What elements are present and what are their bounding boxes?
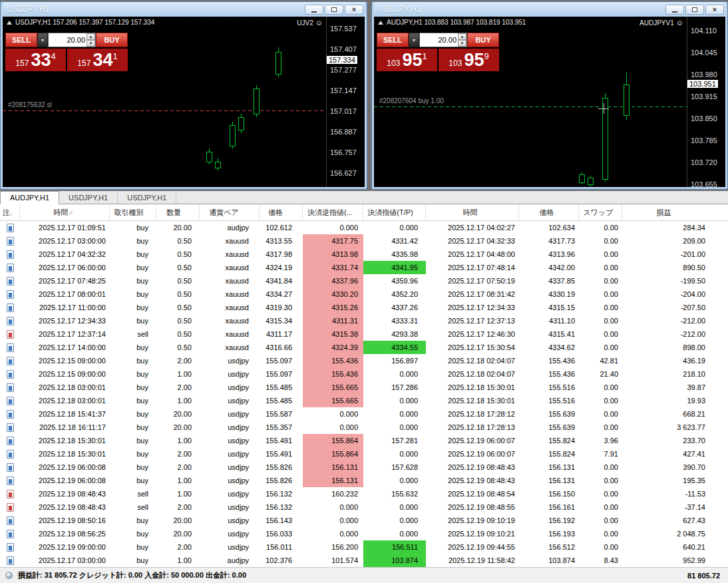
table-row[interactable]: 2025.12.18 15:41:37buy20.00usdjpy155.587… xyxy=(0,407,728,421)
chart-plot[interactable]: AUDJPY,H1 103.883 103.987 103.819 103.95… xyxy=(374,17,687,187)
price-axis-label: 156.627 xyxy=(330,169,357,177)
cell-note xyxy=(0,354,20,367)
table-row[interactable]: 2025.12.18 03:00:01buy1.00usdjpy155.4851… xyxy=(0,394,728,407)
cell-take-profit: 4293.38 xyxy=(363,327,426,341)
table-row[interactable]: 2025.12.17 06:00:00buy0.50xauusd4324.194… xyxy=(0,261,728,274)
table-row[interactable]: 2025.12.17 14:00:00buy0.50xauusd4316.664… xyxy=(0,341,728,354)
chart-tabs-bar: AUDJPY,H1 USDJPY,H1 USDJPY,H1 xyxy=(0,191,728,204)
buy-price-display[interactable]: 103 95 9 xyxy=(439,49,499,71)
price-axis-label: 103.785 xyxy=(691,136,717,144)
cell-profit: 898.00 xyxy=(622,341,728,354)
tab-usdjpy-h1-2[interactable]: USDJPY,H1 xyxy=(118,191,176,204)
table-row[interactable]: 2025.12.18 15:30:01buy2.00usdjpy155.4911… xyxy=(0,447,728,461)
cell-profit: 390.70 xyxy=(622,461,728,474)
volume-up-button[interactable]: ▲ xyxy=(458,33,466,40)
col-header-note[interactable]: 注. xyxy=(0,204,20,220)
buy-price-display[interactable]: 157 34 1 xyxy=(67,49,128,71)
price-axis-label: 104.110 xyxy=(691,27,717,35)
table-row[interactable]: 2025.12.19 06:00:08buy2.00usdjpy155.8261… xyxy=(0,461,728,474)
cell-swap: 0.00 xyxy=(579,327,622,341)
cell-open-time: 2025.12.17 04:32:32 xyxy=(20,248,110,261)
close-icon: × xyxy=(713,6,717,13)
minimize-button[interactable] xyxy=(665,5,684,15)
col-header-profit[interactable]: 損益 xyxy=(622,204,728,220)
volume-input[interactable]: 20.00 ▲ ▼ xyxy=(48,33,96,47)
buy-price-pips: 34 xyxy=(92,50,112,70)
chart-ohlc: AUDJPY,H1 103.883 103.987 103.819 103.95… xyxy=(378,19,526,26)
col-header-close-price[interactable]: 価格 xyxy=(519,204,579,220)
tab-audjpy-h1[interactable]: AUDJPY,H1 xyxy=(0,191,59,204)
table-row[interactable]: 2025.12.19 09:00:00buy2.00usdjpy156.0111… xyxy=(0,540,728,554)
order-type-dropdown[interactable]: ▼ xyxy=(37,33,48,47)
window-titlebar[interactable]: USDJPY,H1 × xyxy=(3,2,365,17)
table-row[interactable]: 2025.12.19 06:00:08buy1.00usdjpy155.8261… xyxy=(0,474,728,487)
window-titlebar[interactable]: AUDJPY,H1 × xyxy=(374,2,725,17)
sell-price-display[interactable]: 103 95 1 xyxy=(377,49,437,71)
col-header-open-price[interactable]: 価格 xyxy=(260,204,303,220)
col-header-stop-loss[interactable]: 決済逆指値(... xyxy=(303,204,363,220)
table-row[interactable]: 2025.12.19 08:50:16buy20.00usdjpy156.143… xyxy=(0,514,728,527)
buy-button[interactable]: BUY xyxy=(96,33,128,47)
table-row[interactable]: 2025.12.17 12:37:14sell0.50xauusd4311.17… xyxy=(0,327,728,341)
cell-profit: -204.00 xyxy=(622,288,728,301)
table-row[interactable]: 2025.12.18 03:00:01buy2.00usdjpy155.4851… xyxy=(0,381,728,394)
cell-open-price: 156.132 xyxy=(260,487,303,500)
buy-button[interactable]: BUY xyxy=(467,33,499,47)
table-row[interactable]: 2025.12.17 07:48:25buy0.50xauusd4341.844… xyxy=(0,274,728,288)
cell-swap: 0.00 xyxy=(579,421,622,434)
close-button[interactable]: × xyxy=(345,5,363,15)
table-row[interactable]: 2025.12.17 11:00:00buy0.50xauusd4319.304… xyxy=(0,301,728,314)
chart-window-audjpy: AUDJPY,H1 × AUDJPY,H1 103.883 103.987 10… xyxy=(371,1,728,190)
tab-usdjpy-h1[interactable]: USDJPY,H1 xyxy=(59,191,118,204)
table-row[interactable]: 2025.12.17 04:32:32buy0.50xauusd4317.984… xyxy=(0,248,728,261)
cell-type: buy xyxy=(110,527,156,540)
cell-symbol: xauusd xyxy=(200,248,260,261)
sell-button[interactable]: SELL xyxy=(5,33,37,47)
minimize-button[interactable] xyxy=(305,5,323,15)
table-row[interactable]: 2025.12.18 15:30:01buy1.00usdjpy155.4911… xyxy=(0,434,728,447)
bar-chart-icon xyxy=(7,21,12,25)
table-row[interactable]: 2025.12.18 16:11:17buy20.00usdjpy155.357… xyxy=(0,421,728,434)
restore-button[interactable] xyxy=(685,5,704,15)
volume-input[interactable]: 20.00 ▲ ▼ xyxy=(419,33,467,47)
close-button[interactable]: × xyxy=(705,5,724,15)
table-row[interactable]: 2025.12.17 08:00:01buy0.50xauusd4334.274… xyxy=(0,288,728,301)
volume-up-button[interactable]: ▲ xyxy=(87,33,95,40)
cell-profit: 284.34 xyxy=(622,221,728,234)
volume-down-button[interactable]: ▼ xyxy=(458,40,466,47)
sell-price-display[interactable]: 157 33 4 xyxy=(5,49,66,71)
table-row[interactable]: 2025.12.17 12:34:33buy0.50xauusd4315.344… xyxy=(0,314,728,327)
cell-type: buy xyxy=(110,461,156,474)
table-row[interactable]: 2025.12.17 03:00:00buy0.50xauusd4313.554… xyxy=(0,234,728,248)
ea-label[interactable]: AUDJPYV1 ☺ xyxy=(639,19,683,27)
sell-price-figure: 103 xyxy=(387,59,400,68)
buy-price-point: 9 xyxy=(484,51,488,61)
table-row[interactable]: 2025.12.19 08:56:25buy20.00usdjpy156.033… xyxy=(0,527,728,540)
ea-label[interactable]: UJV2 ☺ xyxy=(297,19,323,27)
table-row[interactable]: 2025.12.17 01:09:51buy20.00audjpy102.612… xyxy=(0,221,728,234)
cell-close-price: 4317.73 xyxy=(519,234,579,248)
table-row[interactable]: 2025.12.15 09:00:00buy2.00usdjpy155.0971… xyxy=(0,354,728,367)
col-header-symbol[interactable]: 通貨ペア xyxy=(200,204,260,220)
cell-open-time: 2025.12.19 06:00:08 xyxy=(20,461,110,474)
restore-button[interactable] xyxy=(325,5,343,15)
cell-stop-loss: 4324.39 xyxy=(303,341,363,354)
table-row[interactable]: 2025.12.15 09:00:00buy1.00usdjpy155.0971… xyxy=(0,367,728,381)
price-axis[interactable]: 104.110104.045103.980103.915103.850103.7… xyxy=(687,17,725,187)
col-header-close-time[interactable]: 時間 xyxy=(426,204,519,220)
table-row[interactable]: 2025.12.19 08:48:43sell2.00usdjpy156.132… xyxy=(0,500,728,514)
cell-take-profit: 4331.42 xyxy=(363,234,426,248)
col-header-volume[interactable]: 数量 xyxy=(156,204,200,220)
order-type-dropdown[interactable]: ▼ xyxy=(409,33,419,47)
price-axis-label: 103.655 xyxy=(691,180,717,188)
sell-button[interactable]: SELL xyxy=(377,33,409,47)
col-header-swap[interactable]: スワップ xyxy=(579,204,622,220)
col-header-take-profit[interactable]: 決済指値(T/P) xyxy=(363,204,426,220)
col-header-type[interactable]: 取引種別 xyxy=(110,204,156,220)
chart-plot[interactable]: USDJPY,H1 157.206 157.397 157.129 157.33… xyxy=(3,17,326,187)
volume-down-button[interactable]: ▼ xyxy=(87,40,95,47)
table-row[interactable]: 2025.12.17 03:00:00buy1.00audjpy102.3761… xyxy=(0,554,728,567)
col-header-open-time[interactable]: 時間∕ xyxy=(20,204,110,220)
price-axis[interactable]: 157.537157.407157.277157.147157.017156.8… xyxy=(326,17,365,187)
table-row[interactable]: 2025.12.19 08:48:43sell1.00usdjpy156.132… xyxy=(0,487,728,500)
